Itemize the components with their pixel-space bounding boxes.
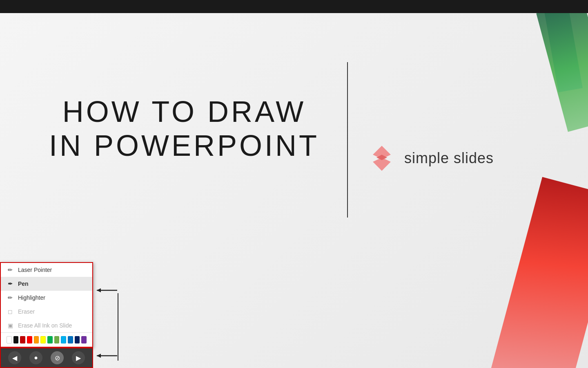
stop-button[interactable]: ● [29,351,42,364]
menu-item-erase-all: ▣ Erase All Ink on Slide [1,319,92,332]
slide-area: HOW TO DRAW IN POWERPOINT simple slides … [0,13,588,368]
logo-text: simple slides [404,150,494,167]
ribbon-bottom-right [466,164,588,368]
color-swatch-red[interactable] [27,336,32,343]
context-menu: ✏ Laser Pointer ✒ Pen ✏ Highlighter ◻ Er… [0,262,93,348]
top-bar [0,0,588,13]
arrow-annotation-1 [95,285,119,295]
ribbon-green [536,13,588,132]
slide-title: HOW TO DRAW IN POWERPOINT [49,95,319,163]
bottom-controls: ◀ ● ⊘ ▶ [0,348,93,368]
color-swatch-purple[interactable] [81,336,87,343]
menu-item-eraser: ◻ Eraser [1,305,92,319]
color-swatch-cyan[interactable] [61,336,66,343]
color-palette [1,332,92,347]
color-swatch-yellow[interactable] [40,336,46,343]
slide-divider [347,62,348,218]
svg-marker-4 [97,288,101,292]
laser-pointer-icon: ✏ [7,266,14,274]
pen-tool-button[interactable]: ⊘ [51,351,64,364]
ribbon-red-2 [513,236,565,368]
color-swatch-dark-blue[interactable] [75,336,80,343]
pen-icon: ✒ [7,280,14,287]
color-swatch-orange[interactable] [34,336,39,343]
erase-all-icon: ▣ [7,322,14,329]
highlighter-icon: ✏ [7,294,14,301]
ribbon-teal [544,13,583,92]
ribbon-red-1 [490,177,588,368]
eraser-icon: ◻ [7,308,14,315]
next-slide-button[interactable]: ▶ [72,351,85,364]
ribbon-top-right [506,13,588,218]
arrow-annotation-2 [95,351,119,361]
logo-icon [368,144,396,173]
menu-item-laser-pointer[interactable]: ✏ Laser Pointer [1,263,92,277]
ribbon-white [540,257,570,360]
svg-marker-6 [97,354,101,358]
color-swatch-dark-red[interactable] [20,336,25,343]
color-swatch-dark-green[interactable] [47,336,53,343]
color-swatch-black[interactable] [13,336,19,343]
color-swatch-blue[interactable] [68,336,73,343]
menu-item-highlighter[interactable]: ✏ Highlighter [1,291,92,305]
prev-slide-button[interactable]: ◀ [8,351,21,364]
menu-item-pen[interactable]: ✒ Pen [1,277,92,291]
color-swatch-white[interactable] [7,336,12,343]
slide-title-line1: HOW TO DRAW IN POWERPOINT [49,95,319,163]
color-swatch-green[interactable] [54,336,60,343]
logo-area: simple slides [368,144,494,173]
